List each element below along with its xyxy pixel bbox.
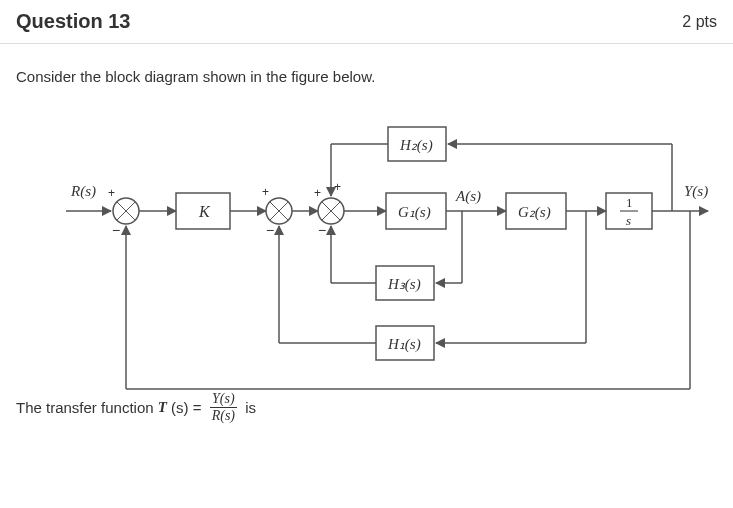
svg-text:+: + <box>108 186 115 200</box>
question-points: 2 pts <box>682 13 717 31</box>
svg-text:−: − <box>112 222 120 238</box>
input-label: R(s) <box>70 183 96 200</box>
block-diagram-svg: R(s) + − K + − + − <box>16 101 716 401</box>
svg-text:G₂(s): G₂(s) <box>518 204 551 221</box>
svg-text:H₁(s): H₁(s) <box>387 336 421 353</box>
output-label: Y(s) <box>684 183 708 200</box>
block-diagram-figure: R(s) + − K + − + − <box>16 101 716 401</box>
svg-text:1: 1 <box>626 195 633 210</box>
svg-text:s: s <box>626 213 631 228</box>
svg-text:+: + <box>334 180 341 194</box>
svg-text:H₃(s): H₃(s) <box>387 276 421 293</box>
svg-text:+: + <box>314 186 321 200</box>
question-title: Question 13 <box>16 10 130 33</box>
svg-text:G₁(s): G₁(s) <box>398 204 431 221</box>
svg-text:+: + <box>262 185 269 199</box>
svg-text:−: − <box>266 222 274 238</box>
question-prompt: Consider the block diagram shown in the … <box>16 68 717 85</box>
svg-text:−: − <box>318 222 326 238</box>
svg-text:H₂(s): H₂(s) <box>399 137 433 154</box>
svg-text:K: K <box>198 203 211 220</box>
node-A-label: A(s) <box>455 188 481 205</box>
